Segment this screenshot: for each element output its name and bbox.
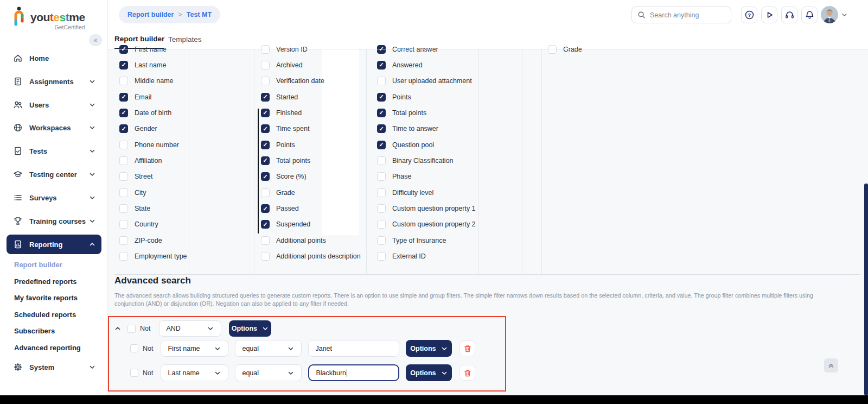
checkbox-checked[interactable]: [261, 156, 270, 165]
column-option-row[interactable]: Date of birth: [119, 109, 171, 117]
column-option-row[interactable]: State: [119, 204, 150, 213]
filter-options-button[interactable]: Options: [406, 364, 452, 381]
vertical-scrollbar[interactable]: [864, 184, 868, 395]
group-operator-select[interactable]: AND: [159, 320, 221, 337]
column-option-row[interactable]: Time spent: [261, 124, 309, 133]
checkbox-checked[interactable]: [377, 93, 386, 102]
checkbox-unchecked[interactable]: [377, 220, 386, 229]
filter-not-checkbox[interactable]: [130, 344, 138, 352]
checkbox-unchecked[interactable]: [261, 77, 270, 85]
breadcrumb-link[interactable]: Test MT: [187, 11, 212, 18]
checkbox-unchecked[interactable]: [119, 220, 128, 229]
checkbox-unchecked[interactable]: [377, 204, 386, 213]
checkbox-checked[interactable]: [261, 204, 270, 213]
column-option-row[interactable]: User uploaded attachment: [377, 77, 472, 85]
checkbox-unchecked[interactable]: [377, 172, 386, 181]
sidebar-item-tests[interactable]: Tests: [7, 141, 101, 161]
checkbox-checked[interactable]: [261, 93, 270, 102]
checkbox-checked[interactable]: [377, 141, 386, 149]
column-option-row[interactable]: Type of Insurance: [377, 236, 446, 245]
sidebar-item-system[interactable]: System: [7, 357, 101, 377]
checkbox-unchecked[interactable]: [119, 77, 128, 85]
delete-filter-button[interactable]: [459, 365, 475, 381]
checkbox-checked[interactable]: [261, 109, 270, 117]
column-option-row[interactable]: Gender: [119, 124, 157, 133]
column-option-row[interactable]: Middle name: [119, 77, 174, 85]
sidebar-collapse-button[interactable]: «: [89, 34, 102, 46]
group-not-checkbox[interactable]: [127, 325, 136, 333]
delete-filter-button[interactable]: [459, 340, 475, 356]
checkbox-unchecked[interactable]: [261, 61, 270, 70]
sidebar-item-reporting[interactable]: Reporting: [7, 235, 101, 254]
column-option-row[interactable]: Passed: [261, 204, 299, 213]
filter-not-checkbox[interactable]: [130, 369, 138, 377]
group-options-button[interactable]: Options: [229, 320, 271, 337]
column-option-row[interactable]: External ID: [377, 252, 426, 261]
column-option-row[interactable]: Additional points description: [261, 252, 361, 261]
column-option-row[interactable]: Score (%): [261, 172, 307, 181]
column-option-row[interactable]: Points: [377, 93, 411, 102]
checkbox-unchecked[interactable]: [119, 156, 128, 165]
user-menu[interactable]: [821, 6, 847, 23]
column-option-row[interactable]: Additional points: [261, 236, 326, 245]
checkbox-checked[interactable]: [261, 141, 270, 149]
checkbox-unchecked[interactable]: [119, 172, 128, 181]
checkbox-checked[interactable]: [377, 61, 386, 70]
sidebar-item-testing-center[interactable]: Testing center: [7, 165, 101, 184]
help-button[interactable]: ?: [741, 7, 757, 23]
filter-options-button[interactable]: Options: [406, 340, 452, 357]
column-option-row[interactable]: Custom question property 2: [377, 220, 476, 229]
column-option-row[interactable]: Difficulty level: [377, 188, 433, 197]
column-option-row[interactable]: Answered: [377, 61, 423, 70]
checkbox-unchecked[interactable]: [261, 236, 270, 245]
filter-criteria-select[interactable]: equal: [235, 364, 302, 381]
sidebar-item-home[interactable]: Home: [7, 48, 101, 68]
checkbox-unchecked[interactable]: [119, 188, 128, 197]
column-option-row[interactable]: Time to answer: [377, 124, 438, 133]
checkbox-unchecked[interactable]: [377, 188, 386, 197]
column-option-row[interactable]: Total points: [261, 156, 310, 165]
checkbox-checked[interactable]: [119, 93, 128, 102]
column-option-row[interactable]: Verification date: [261, 77, 324, 85]
filter-column-select[interactable]: Last name: [161, 364, 228, 381]
checkbox-unchecked[interactable]: [119, 204, 128, 213]
sidebar-subitem-scheduled-reports[interactable]: Scheduled reports: [14, 311, 76, 319]
global-search[interactable]: [631, 7, 731, 23]
column-option-row[interactable]: Email: [119, 93, 151, 102]
filter-column-select[interactable]: First name: [161, 340, 228, 357]
tab-templates[interactable]: Templates: [168, 30, 202, 49]
checkbox-checked[interactable]: [261, 220, 270, 229]
column-option-row[interactable]: Phase: [377, 172, 411, 181]
sidebar-subitem-predefined-reports[interactable]: Predefined reports: [14, 277, 77, 286]
headset-button[interactable]: [781, 7, 797, 23]
sidebar-subitem-my-favorite-reports[interactable]: My favorite reports: [14, 294, 78, 302]
column-option-row[interactable]: Question pool: [377, 141, 434, 149]
column-option-row[interactable]: Finished: [261, 109, 302, 117]
column-option-row[interactable]: Country: [119, 220, 158, 229]
column-option-row[interactable]: Phone number: [119, 141, 179, 149]
column-option-row[interactable]: Last name: [119, 61, 166, 70]
column-option-row[interactable]: City: [119, 188, 146, 197]
column-option-row[interactable]: Employment type: [119, 252, 187, 261]
sidebar-item-users[interactable]: Users: [7, 95, 101, 115]
column-option-row[interactable]: Suspended: [261, 220, 310, 229]
checkbox-checked[interactable]: [261, 172, 270, 181]
column-option-row[interactable]: Total points: [377, 109, 426, 117]
avatar[interactable]: [821, 6, 838, 23]
play-button[interactable]: [761, 7, 777, 23]
sidebar-subitem-report-builder[interactable]: Report builder: [14, 261, 62, 269]
checkbox-unchecked[interactable]: [261, 188, 270, 197]
column-option-row[interactable]: Binary Classification: [377, 156, 454, 165]
chevron-up-icon[interactable]: [113, 324, 122, 333]
checkbox-checked[interactable]: [377, 124, 386, 133]
column-option-row[interactable]: Grade: [261, 188, 295, 197]
checkbox-checked[interactable]: [119, 124, 128, 133]
search-input[interactable]: [650, 11, 720, 19]
filter-criteria-select[interactable]: equal: [235, 340, 302, 357]
scroll-to-top-button[interactable]: [824, 358, 838, 373]
sidebar-subitem-advanced-reporting[interactable]: Advanced reporting: [14, 344, 81, 352]
column-option-row[interactable]: Points: [261, 141, 295, 149]
sidebar-item-assignments[interactable]: Assignments: [7, 72, 101, 91]
column-option-row[interactable]: Started: [261, 93, 298, 102]
breadcrumb-link[interactable]: Report builder: [127, 11, 174, 18]
